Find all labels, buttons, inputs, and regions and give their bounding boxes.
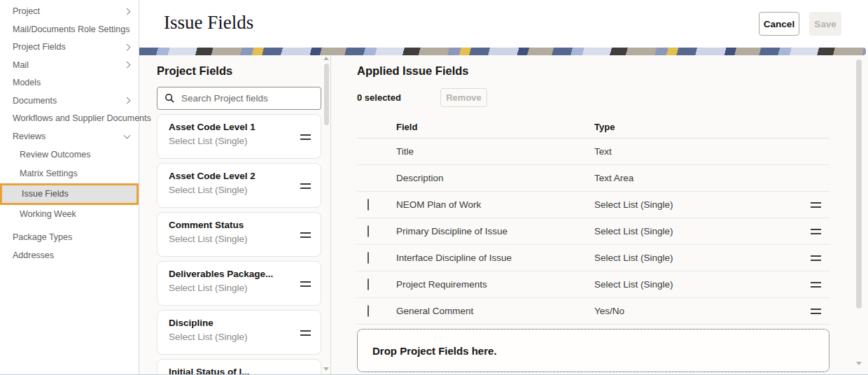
drag-handle-icon[interactable] [811, 202, 821, 208]
sidebar-item[interactable]: Issue Fields [0, 183, 139, 205]
save-button[interactable]: Save [809, 12, 841, 36]
field-type: Select List (Single) [169, 283, 293, 293]
table-row: Project Requirements Select List (Single… [357, 271, 830, 298]
chevron-icon [124, 8, 131, 15]
table-row: General Comment Yes/No [357, 298, 830, 325]
sidebar-item-label: Matrix Settings [20, 169, 78, 178]
sidebar-item[interactable]: Workflows and Supplier Documents [0, 110, 139, 128]
header-actions: Cancel Save [759, 12, 841, 36]
drag-handle-icon[interactable] [811, 255, 821, 261]
sidebar-item-label: Addresses [13, 250, 54, 260]
project-field-card[interactable]: Asset Code Level 1 Select List (Single) [157, 114, 321, 159]
scrollbar-thumb[interactable] [856, 59, 862, 309]
decorative-banner [139, 48, 866, 55]
scrollbar-thumb[interactable] [324, 64, 329, 125]
project-field-card[interactable]: Asset Code Level 2 Select List (Single) [157, 163, 321, 208]
row-checkbox[interactable] [368, 305, 369, 317]
row-field-name: NEOM Plan of Work [396, 199, 594, 210]
search-input[interactable] [181, 93, 314, 104]
row-field-name: Description [396, 173, 594, 183]
row-field-type: Text Area [594, 173, 802, 183]
sidebar-item-label: Project Fields [13, 42, 66, 52]
field-type: Select List (Single) [169, 234, 293, 244]
row-checkbox[interactable] [368, 278, 369, 290]
table-row: Interface Discipline of Issue Select Lis… [357, 245, 830, 271]
drag-handle-icon[interactable] [300, 330, 311, 336]
table-row: Description Text Area [357, 165, 830, 192]
field-name: Initial Status of I... [169, 367, 293, 375]
remove-button[interactable]: Remove [440, 88, 487, 107]
row-field-type: Text [594, 146, 802, 157]
settings-sidebar: Project Mail/Documents Role Settings Pro… [0, 0, 139, 375]
page-title: Issue Fields [164, 12, 253, 34]
content-area: Project Fields Asset Code Level 1 Select… [139, 55, 868, 375]
sidebar-item-label: Mail/Documents Role Settings [13, 24, 130, 34]
sidebar-item[interactable]: Working Week [0, 205, 139, 224]
chevron-icon [124, 62, 131, 69]
row-field-name: General Comment [396, 306, 594, 316]
field-name: Asset Code Level 1 [169, 122, 293, 132]
sidebar-item[interactable]: Addresses [0, 247, 139, 265]
project-field-card[interactable]: Initial Status of I... Select List (Sing… [157, 359, 321, 375]
field-name: Discipline [169, 318, 293, 328]
scroll-down-arrow-icon[interactable] [856, 362, 862, 365]
table-row: Primary Discipline of Issue Select List … [357, 218, 830, 245]
sidebar-item-label: Working Week [20, 209, 76, 219]
drop-zone-label: Drop Project Fields here. [372, 345, 497, 357]
drag-handle-icon[interactable] [811, 229, 821, 234]
sidebar-item-label: Workflows and Supplier Documents [13, 113, 151, 123]
sidebar-item-label: Models [13, 78, 41, 87]
type-column-header: Type [594, 122, 802, 132]
search-icon [164, 93, 175, 104]
drag-handle-icon[interactable] [300, 281, 311, 287]
row-field-name: Title [396, 146, 594, 157]
applied-toolbar: 0 selected Remove [357, 88, 868, 107]
drag-handle-icon[interactable] [300, 232, 311, 238]
drag-handle-icon[interactable] [300, 183, 311, 189]
sidebar-item[interactable]: Mail/Documents Role Settings [0, 21, 139, 39]
project-field-card[interactable]: Discipline Select List (Single) [157, 310, 321, 355]
page-header: Issue Fields Cancel Save [139, 0, 868, 48]
sidebar-item-label: Package Types [13, 232, 72, 242]
page-scrollbar[interactable] [855, 57, 862, 375]
project-field-card[interactable]: Comment Status Select List (Single) [157, 212, 321, 257]
sidebar-item[interactable]: Project [0, 3, 139, 21]
sidebar-item[interactable]: Package Types [0, 229, 139, 247]
row-field-name: Interface Discipline of Issue [396, 253, 594, 263]
applied-issue-fields-panel: Applied Issue Fields 0 selected Remove F… [331, 55, 868, 375]
drag-handle-icon[interactable] [811, 282, 821, 288]
sidebar-item[interactable]: Project Fields [0, 38, 139, 57]
main-area: Issue Fields Cancel Save Project Fields … [139, 0, 868, 375]
row-field-type: Select List (Single) [594, 226, 802, 236]
row-checkbox[interactable] [368, 252, 369, 264]
drop-zone[interactable]: Drop Project Fields here. [357, 329, 830, 372]
sidebar-item[interactable]: Mail [0, 57, 139, 75]
scroll-up-arrow-icon[interactable] [323, 57, 329, 60]
project-field-card[interactable]: Deliverables Package... Select List (Sin… [157, 261, 321, 306]
search-box [157, 87, 321, 110]
drag-handle-icon[interactable] [300, 134, 311, 140]
project-fields-panel: Project Fields Asset Code Level 1 Select… [139, 55, 330, 375]
sidebar-item[interactable]: Reviews [0, 128, 139, 146]
row-field-name: Primary Discipline of Issue [396, 226, 594, 236]
table-row: Title Text [357, 139, 830, 165]
row-field-type: Select List (Single) [594, 279, 802, 290]
project-fields-scrollbar[interactable] [323, 57, 330, 372]
sidebar-item[interactable]: Documents [0, 92, 139, 111]
sidebar-item[interactable]: Matrix Settings [0, 164, 139, 183]
cancel-button[interactable]: Cancel [759, 12, 799, 36]
drag-handle-icon[interactable] [811, 309, 821, 314]
chevron-icon [124, 97, 131, 104]
field-type: Select List (Single) [169, 136, 293, 146]
scroll-down-arrow-icon[interactable] [323, 367, 329, 371]
sidebar-item-label: Mail [13, 60, 29, 70]
project-fields-title: Project Fields [157, 64, 330, 78]
field-type: Select List (Single) [169, 332, 293, 342]
sidebar-item-label: Issue Fields [22, 189, 69, 199]
row-checkbox[interactable] [368, 199, 369, 211]
sidebar-item[interactable]: Review Outcomes [0, 146, 139, 164]
row-checkbox[interactable] [368, 225, 369, 237]
sidebar-item[interactable]: Models [0, 74, 139, 92]
selected-count: 0 selected [357, 92, 440, 103]
applied-fields-title: Applied Issue Fields [357, 64, 868, 78]
